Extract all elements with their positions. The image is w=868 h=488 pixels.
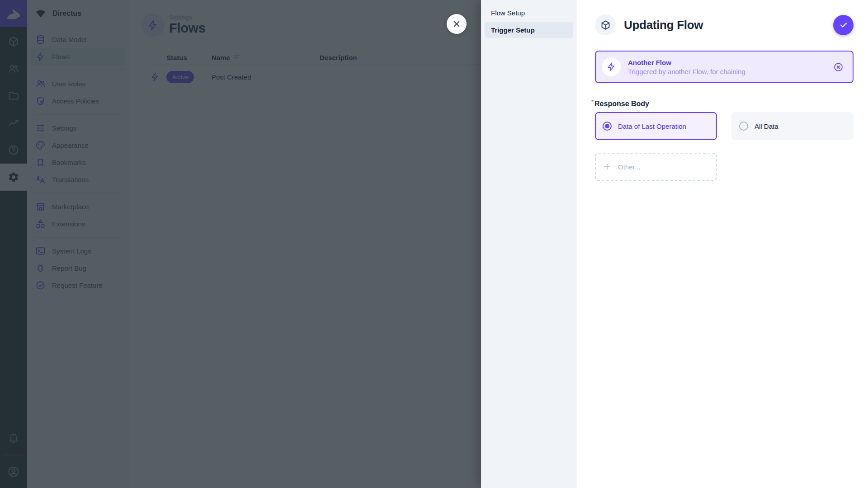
trigger-card-title: Another Flow bbox=[628, 59, 745, 66]
directus-app: Directus Data Model Flows User Roles Acc… bbox=[0, 0, 868, 488]
required-asterisk: * bbox=[591, 100, 594, 104]
field-label-text: Response Body bbox=[594, 100, 649, 108]
drawer-title-icon-circle bbox=[595, 14, 616, 35]
other-option-label: Other... bbox=[618, 163, 640, 171]
other-option-button[interactable]: Other... bbox=[595, 153, 717, 181]
drawer-title: Updating Flow bbox=[624, 18, 703, 32]
trigger-card-subtitle: Triggered by another Flow, for chaining bbox=[628, 68, 745, 75]
cube-icon bbox=[600, 19, 611, 31]
bolt-icon bbox=[606, 62, 616, 72]
option-label: All Data bbox=[755, 122, 778, 130]
trigger-icon-circle bbox=[602, 57, 621, 76]
option-all-data[interactable]: All Data bbox=[731, 112, 854, 140]
response-body-field-label: * Response Body bbox=[595, 100, 854, 108]
drawer-main: Updating Flow Another Flow Triggered by … bbox=[577, 0, 868, 488]
drawer-section-trigger-setup[interactable]: Trigger Setup bbox=[485, 22, 573, 38]
deselect-trigger-button[interactable] bbox=[833, 62, 844, 72]
response-body-options: Data of Last Operation All Data bbox=[595, 112, 854, 140]
trigger-type-card[interactable]: Another Flow Triggered by another Flow, … bbox=[595, 51, 854, 83]
save-button[interactable] bbox=[833, 15, 854, 35]
close-icon bbox=[452, 19, 462, 29]
drawer-section-nav: Flow Setup Trigger Setup bbox=[481, 0, 577, 488]
option-data-of-last-operation[interactable]: Data of Last Operation bbox=[595, 112, 717, 140]
drawer-section-flow-setup[interactable]: Flow Setup bbox=[485, 5, 573, 21]
edit-flow-drawer: Flow Setup Trigger Setup Updating Flow A… bbox=[481, 0, 868, 488]
drawer-header: Updating Flow bbox=[595, 14, 854, 35]
plus-icon bbox=[603, 162, 612, 171]
option-label: Data of Last Operation bbox=[618, 122, 686, 130]
circled-x-icon bbox=[833, 62, 844, 72]
radio-unselected-icon bbox=[739, 122, 748, 131]
check-icon bbox=[839, 20, 849, 30]
radio-selected-icon bbox=[603, 122, 612, 131]
close-drawer-button[interactable] bbox=[447, 14, 467, 34]
